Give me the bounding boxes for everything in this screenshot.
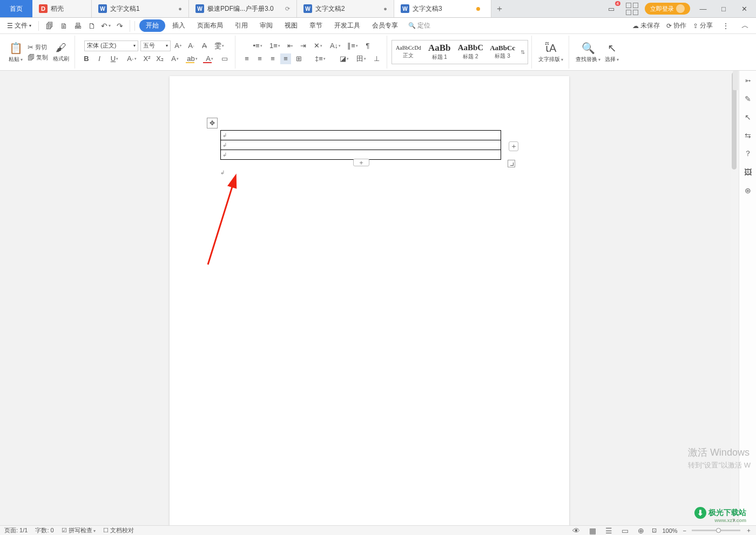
view-read-icon[interactable]: ⊕ [636, 525, 646, 536]
apps-icon[interactable] [624, 3, 639, 15]
zoom-out-button[interactable]: − [683, 527, 686, 534]
align-center-button[interactable]: ≡ [254, 53, 265, 64]
coop-button[interactable]: ⟳协作 [666, 21, 686, 30]
print-icon[interactable]: 🖶 [71, 20, 84, 32]
image-icon[interactable]: 🖼 [742, 167, 753, 178]
status-page[interactable]: 页面: 1/1 [4, 526, 28, 534]
view-page-icon[interactable]: ▦ [587, 525, 598, 536]
style-h2[interactable]: AaBbC 标题 2 [455, 42, 487, 62]
align-distribute-button[interactable]: ⊞ [293, 53, 304, 64]
char-border-button[interactable]: ▭ [219, 53, 230, 64]
superscript-button[interactable]: X² [141, 53, 152, 64]
file-menu[interactable]: ☰ 文件 ▾ [4, 19, 34, 32]
table-cell[interactable]: ↲ [221, 140, 501, 150]
show-marks-button[interactable]: ¶ [362, 40, 373, 51]
shrink-font-button[interactable]: A- [186, 40, 197, 51]
borders-button[interactable]: 田 [354, 53, 369, 64]
unsaved-indicator[interactable]: ☁未保存 [632, 21, 660, 30]
tab-doc2[interactable]: W 文字文稿2 ● [297, 0, 394, 17]
italic-button[interactable]: I [94, 53, 105, 64]
menu-page-layout[interactable]: 页面布局 [192, 19, 228, 32]
settings-icon[interactable]: ⇆ [742, 130, 753, 141]
page[interactable]: ✥ ↲ ↲ ↲ ＋ ＋ ↲ [170, 76, 569, 525]
bold-button[interactable]: B [81, 53, 92, 64]
tab-home[interactable]: 首页 [0, 0, 32, 17]
menu-view[interactable]: 视图 [280, 19, 302, 32]
save-as-icon[interactable]: 🗎 [57, 20, 70, 32]
window-minimize[interactable]: ― [696, 3, 711, 15]
strike-button[interactable]: A· [124, 53, 139, 64]
save-icon[interactable]: 🗐 [43, 20, 56, 32]
tab-doc1[interactable]: W 文字文稿1 ● [92, 0, 189, 17]
status-eye-icon[interactable]: 👁 [571, 525, 582, 536]
bulb-icon[interactable]: ⊛ [742, 185, 753, 196]
find-replace-button[interactable]: 🔍 查找替换 [573, 40, 603, 64]
login-button[interactable]: 立即登录 [645, 3, 690, 15]
number-list-button[interactable]: 1≡ [267, 40, 282, 51]
font-name-select[interactable]: 宋体 (正文)▾ [84, 40, 138, 51]
tab-doc3-active[interactable]: W 文字文稿3 [394, 0, 491, 17]
view-outline-icon[interactable]: ☰ [603, 525, 614, 536]
menu-insert[interactable]: 插入 [167, 19, 190, 32]
grow-font-button[interactable]: A+ [173, 40, 184, 51]
pencil-icon[interactable]: ✎ [742, 93, 753, 104]
font-size-select[interactable]: 五号▾ [140, 40, 171, 51]
format-painter-button[interactable]: 🖌 格式刷 [51, 40, 71, 64]
copy-button[interactable]: 🗐复制 [26, 53, 49, 62]
ear-icon[interactable]: ➳ [742, 75, 753, 86]
table-move-handle[interactable]: ✥ [207, 118, 218, 128]
menu-references[interactable]: 引用 [230, 19, 253, 32]
subscript-button[interactable]: X₂ [154, 53, 165, 64]
sort-button[interactable]: A↓ [328, 40, 343, 51]
bullet-list-button[interactable]: •≡ [250, 40, 265, 51]
align-right-button[interactable]: ≡ [267, 53, 278, 64]
cursor2-icon[interactable]: ↖ [742, 112, 753, 123]
paste-button[interactable]: 📋 粘贴 [6, 40, 25, 64]
sidebar-handle[interactable] [733, 71, 738, 90]
menu-dev-tools[interactable]: 开发工具 [329, 19, 365, 32]
view-web-icon[interactable]: ▭ [619, 525, 630, 536]
text-layout-button[interactable]: ῗA 文字排版 [536, 40, 565, 64]
redo-button[interactable]: ↷ [113, 20, 126, 32]
style-h3[interactable]: AaBbCc 标题 3 [487, 43, 518, 62]
tab-close-icon[interactable]: ● [383, 5, 387, 12]
line-spacing-button[interactable]: ‖≡ [345, 40, 360, 51]
style-gallery[interactable]: AaBbCcDd 正文 AaBb 标题 1 AaBbC 标题 2 AaBbCc … [392, 40, 528, 64]
collapse-ribbon-icon[interactable]: ︿ [739, 20, 752, 32]
status-proof[interactable]: ☐ 文档校对 [103, 526, 134, 534]
add-column-button[interactable]: ＋ [509, 141, 518, 151]
zoom-fit-icon[interactable]: ⊡ [652, 527, 657, 534]
zoom-in-button[interactable]: ＋ [746, 526, 752, 534]
window-close[interactable]: ✕ [737, 3, 752, 15]
help-icon[interactable]: ？ [742, 148, 753, 159]
style-body[interactable]: AaBbCcDd 正文 [393, 44, 424, 61]
menu-vip[interactable]: 会员专享 [367, 19, 403, 32]
status-spell[interactable]: ☑ 拼写检查 [62, 526, 96, 534]
phonetic-guide-button[interactable]: 雯 [212, 40, 227, 51]
font-color-button[interactable]: A [202, 53, 217, 64]
style-h1[interactable]: AaBb 标题 1 [425, 42, 454, 63]
add-row-button[interactable]: ＋ [353, 159, 369, 166]
line-spacing2-button[interactable]: ‡≡ [313, 53, 328, 64]
window-maximize[interactable]: □ [716, 3, 731, 15]
undo-button[interactable]: ↶ [99, 20, 112, 32]
document-table[interactable]: ✥ ↲ ↲ ↲ ＋ ＋ [220, 130, 507, 160]
status-words[interactable]: 字数: 0 [35, 526, 53, 534]
indent-dec-button[interactable]: ⇤ [285, 40, 295, 51]
tab-sync-icon[interactable]: ⟳ [285, 5, 290, 12]
print-preview-icon[interactable]: 🗋 [85, 20, 98, 32]
share-button[interactable]: ⇪分享 [693, 21, 713, 30]
new-tab-button[interactable]: ＋ [491, 0, 508, 17]
select-button[interactable]: ↖ 选择 [603, 40, 621, 64]
locate-search[interactable]: 🔍定位 [408, 21, 430, 30]
table-cell[interactable]: ↲ [221, 131, 501, 140]
tab-stops-button[interactable]: ⊥ [371, 53, 382, 64]
menu-section[interactable]: 章节 [305, 19, 327, 32]
style-more-icon[interactable]: ⇅ [519, 49, 526, 55]
tab-daoke[interactable]: D 稻壳 [32, 0, 92, 17]
menu-review[interactable]: 审阅 [255, 19, 278, 32]
table-resize-handle[interactable] [508, 160, 515, 167]
cut-button[interactable]: ✂剪切 [26, 43, 48, 52]
zoom-level[interactable]: 100% [662, 527, 677, 534]
more-icon[interactable]: ⋮ [719, 20, 732, 32]
